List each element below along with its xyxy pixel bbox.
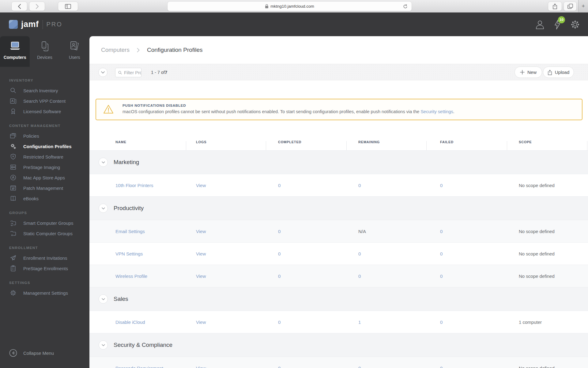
reload-icon[interactable]: [401, 3, 409, 10]
completed-count-link[interactable]: 0: [278, 183, 281, 188]
users-icon: [69, 41, 80, 52]
sidebar-item-label: Smart Computer Groups: [23, 220, 73, 226]
jamf-pro-logo: jamf PRO: [9, 20, 62, 29]
group-collapse-button[interactable]: [99, 204, 108, 213]
config-profiles-gears-icon: [9, 143, 17, 150]
table-row: VPN Settings View 0 0 0 No scope defined: [89, 242, 588, 265]
sidebar-item-label: Mac App Store Apps: [23, 175, 65, 180]
group-collapse-button[interactable]: [99, 158, 108, 167]
breadcrumb-computers[interactable]: Computers: [101, 47, 130, 53]
remaining-count-link[interactable]: 0: [358, 251, 361, 256]
browser-back-button[interactable]: [12, 2, 27, 11]
sidebar-item-label: Static Computer Groups: [23, 231, 73, 236]
group-collapse-button[interactable]: [99, 340, 108, 350]
group-name: Sales: [114, 296, 128, 302]
plus-icon: [520, 70, 525, 75]
group-name: Productivity: [114, 205, 144, 212]
failed-count-link[interactable]: 0: [440, 229, 443, 234]
view-logs-link[interactable]: View: [196, 251, 206, 256]
sidebar-item-licensed-software[interactable]: Licensed Software: [9, 106, 89, 117]
browser-forward-button[interactable]: [29, 2, 45, 11]
paper-plane-icon: [9, 255, 17, 261]
app-header: jamf PRO 10: [0, 13, 588, 36]
upload-button[interactable]: Upload: [543, 67, 574, 78]
failed-count-link[interactable]: 0: [440, 183, 443, 188]
profile-name-link[interactable]: Disable iCloud: [115, 320, 145, 325]
restricted-shield-icon: [9, 153, 17, 160]
section-content-management: CONTENT MANAGEMENT: [9, 124, 89, 128]
failed-count-link[interactable]: 0: [440, 320, 443, 325]
completed-count-link[interactable]: 0: [278, 320, 281, 325]
address-bar[interactable]: mktng10.jamfcloud.com: [168, 2, 412, 11]
sidebar-item-prestage-enrollments[interactable]: PreStage Enrollments: [9, 263, 89, 274]
plus-icon: +: [582, 3, 585, 10]
sidebar-item-search-vpp-content[interactable]: Search VPP Content: [9, 96, 89, 106]
browser-tab-overview-button[interactable]: [564, 2, 576, 11]
completed-count-link[interactable]: 0: [278, 274, 281, 279]
ebooks-icon: [9, 195, 17, 202]
sidebar-item-configuration-profiles[interactable]: Configuration Profiles: [9, 141, 89, 151]
sidebar-item-management-settings[interactable]: Management Settings: [9, 288, 89, 298]
profile-name-link[interactable]: Wireless Profile: [115, 274, 147, 279]
group-name: Security & Compliance: [114, 342, 172, 348]
collapse-menu-button[interactable]: Collapse Menu: [9, 349, 54, 357]
patch-management-icon: [9, 185, 17, 191]
filter-disclosure-button[interactable]: [98, 68, 107, 77]
column-separator: [186, 141, 186, 150]
profile-name-link[interactable]: 10th Floor Printers: [115, 183, 153, 188]
profile-name-link[interactable]: VPN Settings: [115, 251, 143, 256]
remaining-count-link[interactable]: 0: [358, 183, 361, 188]
view-logs-link[interactable]: View: [196, 274, 206, 279]
browser-share-button[interactable]: [548, 2, 562, 11]
app-store-search-icon: [9, 98, 17, 104]
table-row: Disable iCloud View 0 1 0 1 computer: [89, 311, 588, 333]
tab-users[interactable]: Users: [60, 36, 89, 67]
browser-sidebar-toggle-button[interactable]: [58, 2, 78, 11]
sidebar-item-search-inventory[interactable]: Search Inventory: [9, 85, 89, 96]
smart-group-folder-icon: [9, 220, 17, 226]
remaining-count-link[interactable]: 0: [358, 366, 361, 368]
failed-count-link[interactable]: 0: [440, 274, 443, 279]
filter-input[interactable]: [124, 70, 141, 75]
view-logs-link[interactable]: View: [196, 229, 206, 234]
remaining-count-link[interactable]: 1: [358, 320, 361, 325]
sidebar-item-policies[interactable]: Policies: [9, 131, 89, 141]
section-inventory: INVENTORY: [9, 79, 89, 82]
completed-count-link[interactable]: 0: [278, 229, 281, 234]
scope-text: 1 computer: [519, 320, 542, 325]
completed-count-link[interactable]: 0: [278, 251, 281, 256]
chevron-down-icon: [102, 207, 105, 209]
sidebar-item-static-computer-groups[interactable]: Static Computer Groups: [9, 228, 89, 239]
sidebar-item-patch-management[interactable]: Patch Management: [9, 183, 89, 193]
sidebar-item-mac-app-store-apps[interactable]: Mac App Store Apps: [9, 172, 89, 183]
remaining-count-link[interactable]: 0: [358, 274, 361, 279]
profile-name-link[interactable]: Passcode Requirement: [115, 366, 163, 368]
sidebar-item-smart-computer-groups[interactable]: Smart Computer Groups: [9, 218, 89, 228]
settings-button[interactable]: [570, 20, 580, 29]
browser-new-tab-button[interactable]: +: [578, 0, 588, 12]
tab-devices[interactable]: Devices: [30, 36, 59, 67]
new-button[interactable]: New: [514, 67, 542, 78]
upload-button-label: Upload: [555, 70, 570, 75]
view-logs-link[interactable]: View: [196, 183, 206, 188]
failed-count-link[interactable]: 0: [440, 366, 443, 368]
context-tabs: Computers Devices Users: [0, 36, 89, 67]
view-logs-link[interactable]: View: [196, 320, 206, 325]
sidebar-item-enrollment-invitations[interactable]: Enrollment Invitations: [9, 253, 89, 263]
tab-computers[interactable]: Computers: [0, 36, 30, 67]
account-button[interactable]: [535, 20, 545, 29]
sidebar-item-prestage-imaging[interactable]: PreStage Imaging: [9, 162, 89, 172]
profile-name-link[interactable]: Email Settings: [115, 229, 145, 234]
failed-count-link[interactable]: 0: [440, 251, 443, 256]
view-logs-link[interactable]: View: [196, 366, 206, 368]
completed-count-link[interactable]: 0: [278, 366, 281, 368]
group-row-productivity: Productivity: [89, 196, 588, 220]
group-collapse-button[interactable]: [99, 294, 108, 304]
column-separator: [507, 141, 507, 150]
sidebar-item-ebooks[interactable]: eBooks: [9, 193, 89, 204]
security-settings-link[interactable]: Security settings: [420, 109, 453, 114]
notifications-button[interactable]: 10: [554, 19, 561, 30]
scope-text: No scope defined: [519, 229, 555, 234]
gear-icon: [570, 20, 580, 29]
sidebar-item-restricted-software[interactable]: Restricted Software: [9, 151, 89, 162]
